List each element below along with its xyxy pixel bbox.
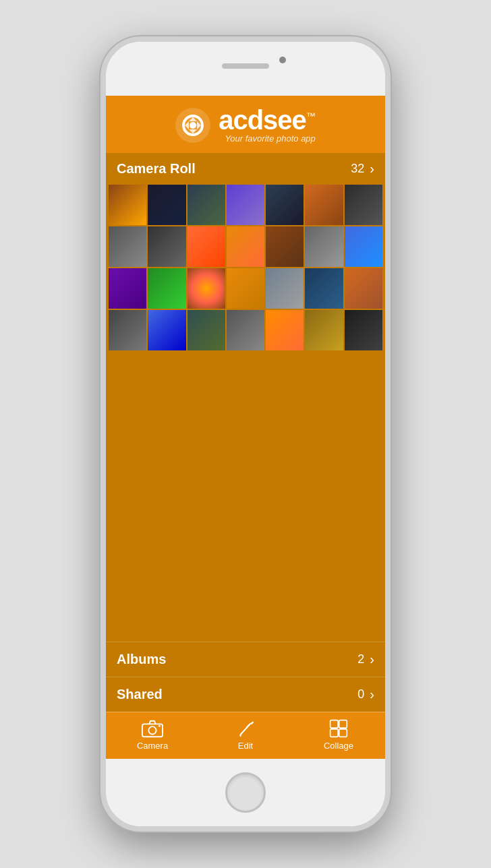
photo-cell[interactable]: [345, 185, 382, 225]
tab-collage-label: Collage: [324, 741, 353, 751]
photo-cell[interactable]: [305, 310, 343, 350]
photo-cell[interactable]: [187, 268, 225, 309]
tab-edit-label: Edit: [238, 741, 253, 751]
albums-right: 2 ›: [357, 652, 374, 667]
photo-cell[interactable]: [305, 268, 343, 309]
photo-cell[interactable]: [266, 226, 304, 267]
phone-top: [106, 42, 385, 96]
logo-area: acdsee ™ Your favorite photo app: [175, 106, 316, 144]
photo-cell[interactable]: [109, 310, 146, 350]
app-name: acdsee: [219, 106, 306, 133]
photo-cell[interactable]: [227, 185, 264, 225]
app-header: acdsee ™ Your favorite photo app: [106, 96, 385, 153]
svg-rect-9: [330, 729, 339, 737]
photo-cell[interactable]: [227, 310, 264, 350]
phone-bottom: [106, 759, 385, 826]
logo-text-area: acdsee ™ Your favorite photo app: [219, 106, 316, 144]
photo-cell[interactable]: [345, 310, 382, 350]
photo-cell[interactable]: [109, 268, 146, 309]
tab-bar: Camera Edit Collage: [106, 712, 385, 759]
albums-chevron: ›: [370, 652, 374, 667]
photo-cell[interactable]: [148, 185, 185, 225]
svg-point-3: [148, 726, 156, 734]
camera-roll-chevron: ›: [370, 161, 374, 177]
phone-frame: acdsee ™ Your favorite photo app Camera …: [100, 36, 391, 832]
photo-cell[interactable]: [148, 268, 185, 309]
camera-roll-count: 32: [351, 162, 364, 176]
photo-cell[interactable]: [266, 268, 304, 309]
photo-cell[interactable]: [266, 310, 304, 350]
albums-count: 2: [357, 652, 364, 666]
shared-chevron: ›: [370, 687, 374, 702]
front-camera: [279, 57, 286, 63]
svg-rect-7: [330, 720, 339, 728]
app-tagline: Your favorite photo app: [219, 133, 316, 144]
photo-cell[interactable]: [227, 268, 264, 309]
list-section: Albums 2 › Shared 0 ›: [106, 642, 385, 712]
photo-cell[interactable]: [148, 226, 185, 267]
shared-row[interactable]: Shared 0 ›: [106, 677, 385, 712]
main-content: Camera Roll 32 ›: [106, 153, 385, 712]
photo-cell[interactable]: [227, 226, 264, 267]
photo-cell[interactable]: [305, 185, 343, 225]
photo-cell[interactable]: [187, 185, 225, 225]
collage-icon: [328, 719, 349, 738]
photo-cell[interactable]: [109, 185, 146, 225]
albums-row[interactable]: Albums 2 ›: [106, 642, 385, 677]
tab-edit[interactable]: Edit: [199, 719, 292, 751]
photo-cell[interactable]: [345, 226, 382, 267]
tab-camera[interactable]: Camera: [106, 719, 199, 751]
photo-cell[interactable]: [266, 185, 304, 225]
camera-roll-header[interactable]: Camera Roll 32 ›: [106, 153, 385, 185]
photo-cell[interactable]: [148, 310, 185, 350]
svg-point-1: [190, 122, 196, 129]
photo-cell[interactable]: [109, 226, 146, 267]
photo-cell[interactable]: [305, 226, 343, 267]
shared-title: Shared: [117, 687, 163, 702]
svg-line-6: [247, 724, 249, 726]
edit-icon: [235, 719, 256, 738]
camera-roll-count-area: 32 ›: [351, 161, 374, 177]
svg-point-4: [158, 725, 161, 727]
home-button[interactable]: [225, 772, 266, 813]
tab-camera-label: Camera: [137, 741, 168, 751]
phone-screen: acdsee ™ Your favorite photo app Camera …: [106, 96, 385, 759]
phone-speaker: [222, 63, 269, 69]
svg-rect-10: [339, 729, 347, 737]
albums-title: Albums: [117, 652, 166, 667]
svg-rect-8: [339, 720, 347, 728]
photo-cell[interactable]: [187, 226, 225, 267]
shared-right: 0 ›: [357, 687, 374, 702]
photo-cell[interactable]: [187, 310, 225, 350]
camera-roll-title: Camera Roll: [117, 161, 196, 177]
camera-icon: [142, 719, 163, 738]
acdsee-logo-icon: [175, 108, 210, 143]
shared-count: 0: [357, 687, 364, 702]
empty-area: [106, 353, 385, 642]
trademark: ™: [306, 111, 316, 121]
photo-grid: [106, 185, 385, 353]
photo-cell[interactable]: [345, 268, 382, 309]
tab-collage[interactable]: Collage: [292, 719, 385, 751]
